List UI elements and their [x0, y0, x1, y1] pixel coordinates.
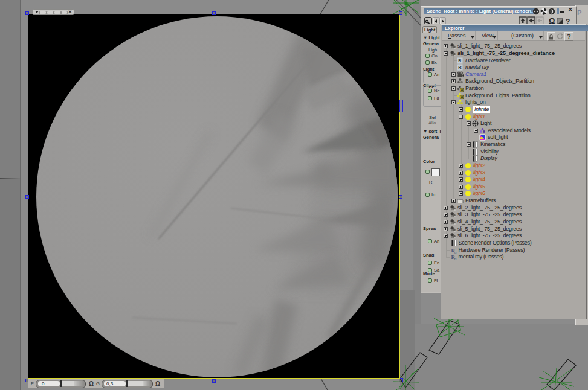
svg-text:Ω: Ω — [549, 16, 555, 25]
